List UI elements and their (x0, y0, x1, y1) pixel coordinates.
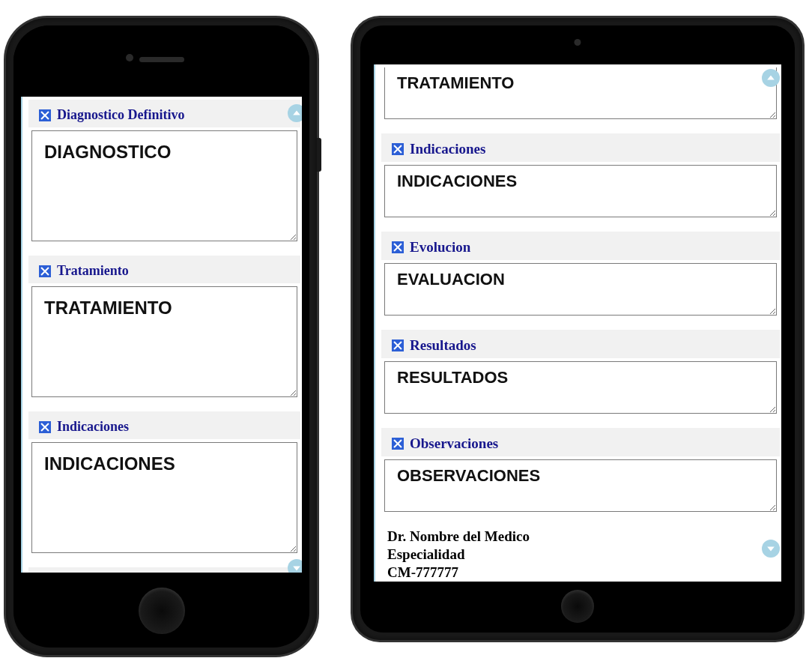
checkbox-icon[interactable] (392, 241, 404, 253)
section-label: Indicaciones (410, 141, 485, 157)
section-label: Indicaciones (57, 419, 129, 435)
tablet-screen: Indicaciones Evolucion Resultados (374, 64, 781, 582)
phone-camera (126, 54, 133, 61)
indicaciones-input[interactable] (31, 442, 297, 553)
scroll-down-icon[interactable] (762, 540, 780, 558)
scroll-up-icon[interactable] (762, 69, 780, 87)
section-diagnostico-title: Diagnostico Definitivo (28, 100, 300, 127)
phone-top-bezel (13, 25, 309, 93)
evolucion-input[interactable] (384, 263, 777, 316)
tablet-body: Indicaciones Evolucion Resultados (360, 25, 795, 633)
phone-side-button (317, 138, 321, 172)
tablet-home-button[interactable] (561, 590, 594, 623)
app-phone: Diagnostico Definitivo Tratamiento Indic… (21, 97, 302, 573)
phone-body: Diagnostico Definitivo Tratamiento Indic… (13, 25, 309, 648)
doctor-info: Dr. Nombre del Medico Especialidad CM-77… (381, 526, 780, 581)
scroll-up-icon[interactable] (288, 104, 302, 122)
section-indicaciones-title: Indicaciones (28, 411, 300, 439)
section-label: Observaciones (410, 435, 498, 452)
section-evolucion-title: Evolucion (381, 232, 780, 260)
doctor-speciality: Especialidad (387, 546, 777, 564)
checkbox-icon[interactable] (39, 265, 51, 277)
checkbox-icon[interactable] (392, 143, 404, 155)
form-main: Indicaciones Evolucion Resultados (380, 64, 781, 582)
tablet-device-frame: Indicaciones Evolucion Resultados (353, 18, 802, 640)
phone-device-frame: Diagnostico Definitivo Tratamiento Indic… (6, 18, 317, 655)
section-observaciones-title: Observaciones (381, 428, 780, 456)
app-tablet: Indicaciones Evolucion Resultados (374, 64, 781, 582)
tratamiento-input[interactable] (31, 286, 297, 397)
left-handle[interactable] (374, 64, 380, 582)
resultados-input[interactable] (384, 361, 777, 414)
section-label: Diagnostico Definitivo (57, 107, 185, 123)
checkbox-icon[interactable] (39, 109, 51, 121)
indicaciones-input[interactable] (384, 165, 777, 217)
phone-screen: Diagnostico Definitivo Tratamiento Indic… (21, 97, 302, 573)
scroll-down-icon[interactable] (288, 559, 302, 573)
phone-speaker (139, 57, 184, 62)
checkbox-icon[interactable] (392, 438, 404, 450)
checkbox-icon[interactable] (392, 339, 404, 351)
left-handle[interactable] (21, 97, 27, 573)
tablet-camera (575, 39, 581, 46)
section-evolucion-title: Evolucion (28, 567, 300, 573)
section-label: Resultados (410, 337, 476, 354)
form-main: Diagnostico Definitivo Tratamiento Indic… (27, 97, 302, 573)
section-tratamiento-title: Tratamiento (28, 256, 300, 283)
section-resultados-title: Resultados (381, 330, 780, 358)
diagnostico-input[interactable] (31, 130, 297, 241)
section-label: Evolucion (410, 239, 470, 256)
section-indicaciones-title: Indicaciones (381, 133, 780, 162)
phone-home-button[interactable] (139, 588, 185, 634)
section-label: Tratamiento (57, 263, 129, 279)
observaciones-input[interactable] (384, 459, 777, 512)
doctor-name: Dr. Nombre del Medico (387, 528, 777, 546)
doctor-cm: CM-777777 (387, 564, 777, 582)
tratamiento-input[interactable] (384, 67, 777, 119)
checkbox-icon[interactable] (39, 421, 51, 433)
